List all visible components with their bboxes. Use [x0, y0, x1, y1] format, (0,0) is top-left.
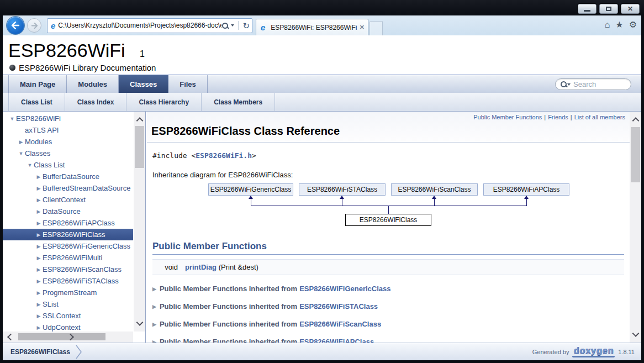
sidebar-item-axtls-api[interactable]: axTLS API — [3, 124, 133, 136]
sidebar-vertical-scrollbar[interactable] — [134, 112, 145, 332]
link-public-member-functions[interactable]: Public Member Functions — [473, 114, 542, 120]
sidebar-item-bufferedstreamdatasource[interactable]: BufferedStreamDataSource — [3, 182, 133, 194]
search-dropdown-icon[interactable] — [567, 83, 571, 86]
search-box[interactable]: Search — [555, 78, 631, 90]
address-bar[interactable]: e C:\Users\Krzysztof\Documents\Projects\… — [47, 18, 252, 33]
include-file-link[interactable]: ESP8266WiFi.h — [196, 151, 252, 160]
refresh-icon[interactable]: ↻ — [242, 22, 250, 30]
expand-arrow-icon[interactable] — [35, 290, 43, 296]
search-input[interactable]: Search — [573, 80, 596, 88]
sidebar-item-esp8266wifimulti[interactable]: ESP8266WiFiMulti — [3, 252, 133, 264]
sidebar-item-clientcontext[interactable]: ClientContext — [3, 194, 133, 206]
window-titlebar[interactable]: ✕ — [0, 0, 644, 15]
sidebar-item-slist[interactable]: SList — [3, 298, 133, 310]
breadcrumb-item[interactable]: ESP8266WiFiClass — [10, 348, 70, 356]
scrollbar-thumb[interactable] — [18, 333, 105, 340]
class-link[interactable]: ESP8266WiFiScanClass — [299, 320, 381, 328]
favorites-star-icon[interactable]: ★ — [615, 20, 623, 29]
sidebar-item-modules[interactable]: Modules — [3, 136, 133, 148]
sidebar-item-bufferdatasource[interactable]: BufferDataSource — [3, 171, 133, 182]
scroll-up-icon[interactable] — [632, 117, 639, 124]
link-list-of-all-members[interactable]: List of all members — [574, 114, 625, 120]
close-button[interactable]: ✕ — [621, 4, 640, 14]
sidebar-item-esp8266wificlass[interactable]: ESP8266WiFiClass — [3, 229, 133, 240]
scroll-left-icon[interactable] — [7, 334, 14, 341]
doxygen-logo[interactable]: doxygen — [572, 346, 615, 357]
expand-arrow-icon[interactable] — [35, 325, 43, 330]
member-link-printdiag[interactable]: printDiag — [185, 263, 217, 271]
new-tab-button[interactable] — [369, 21, 383, 35]
home-icon[interactable]: ⌂ — [605, 20, 610, 29]
settings-gear-icon[interactable]: ⚙ — [629, 20, 637, 29]
expand-arrow-icon[interactable] — [35, 302, 43, 307]
collapse-arrow-icon[interactable] — [26, 162, 34, 168]
inherited-section-staclass[interactable]: Public Member Functions inherited from E… — [152, 302, 624, 311]
sidebar-item-esp8266wifiscanclass[interactable]: ESP8266WiFiScanClass — [3, 264, 133, 275]
tab-class-list[interactable]: Class List — [8, 93, 65, 111]
tab-class-index[interactable]: Class Index — [65, 93, 127, 111]
content-vertical-scrollbar[interactable] — [630, 112, 641, 343]
sidebar-horizontal-scrollbar[interactable] — [3, 332, 133, 343]
expand-arrow-icon[interactable] — [35, 209, 43, 214]
sidebar-item-datasource[interactable]: DataSource — [3, 206, 133, 217]
inherited-section-apclass[interactable]: Public Member Functions inherited from E… — [152, 338, 624, 343]
browser-tab[interactable]: e ESP8266WiFi: ESP8266WiFi... ✕ — [256, 19, 368, 35]
link-friends[interactable]: Friends — [548, 114, 568, 120]
tab-class-hierarchy[interactable]: Class Hierarchy — [126, 93, 202, 111]
sidebar-item-esp8266wifi[interactable]: ESP8266WiFi — [3, 113, 133, 124]
expand-arrow-icon[interactable] — [35, 232, 43, 238]
inherited-prefix: Public Member Functions inherited from — [160, 338, 297, 343]
expand-arrow-icon[interactable] — [35, 244, 43, 249]
inherited-section-scanclass[interactable]: Public Member Functions inherited from E… — [152, 320, 624, 328]
sidebar-item-esp8266wifigenericclass[interactable]: ESP8266WiFiGenericClass — [3, 240, 133, 252]
collapse-arrow-icon[interactable] — [17, 151, 25, 156]
forward-button[interactable] — [27, 18, 41, 33]
scroll-up-icon[interactable] — [136, 117, 143, 124]
expand-arrow-icon[interactable] — [17, 139, 25, 145]
diagram-node-scanclass[interactable]: ESP8266WiFiScanClass — [391, 183, 478, 196]
expand-arrow-icon[interactable] — [35, 197, 43, 203]
class-link[interactable]: ESP8266WiFiGenericClass — [299, 285, 390, 293]
expand-arrow-icon[interactable] — [35, 278, 43, 284]
sidebar-item-progmemstream[interactable]: ProgmemStream — [3, 287, 133, 298]
minimize-icon — [584, 10, 590, 12]
class-link[interactable]: ESP8266WiFiSTAClass — [299, 302, 378, 311]
restore-button[interactable] — [599, 4, 618, 14]
inherited-section-genericclass[interactable]: Public Member Functions inherited from E… — [152, 285, 624, 293]
back-button[interactable] — [6, 16, 25, 35]
tab-files[interactable]: Files — [168, 75, 208, 93]
divider — [238, 21, 239, 30]
search-icon[interactable] — [221, 22, 229, 29]
expand-arrow-icon[interactable] — [35, 255, 43, 261]
expand-arrow-icon[interactable] — [35, 267, 43, 272]
diagram-node-staclass[interactable]: ESP8266WiFiSTAClass — [299, 183, 386, 196]
toolbar-actions: ⌂ ★ ⚙ — [605, 20, 637, 29]
sidebar-item-sslcontext[interactable]: SSLContext — [3, 310, 133, 322]
scroll-down-icon[interactable] — [136, 319, 143, 326]
scrollbar-thumb[interactable] — [631, 127, 640, 182]
collapse-arrow-icon[interactable] — [8, 116, 16, 122]
class-link[interactable]: ESP8266WiFiAPClass — [299, 338, 374, 343]
expand-arrow-icon[interactable] — [35, 220, 43, 226]
sidebar-item-esp8266wifistaclass[interactable]: ESP8266WiFiSTAClass — [3, 275, 133, 287]
sidebar-item-classes[interactable]: Classes — [3, 148, 133, 159]
sidebar-item-class-list[interactable]: Class List — [3, 159, 133, 171]
diagram-node-genericclass[interactable]: ESP8266WiFiGenericClass — [208, 183, 293, 196]
address-url[interactable]: C:\Users\Krzysztof\Documents\Projects\es… — [58, 22, 221, 29]
expand-arrow-icon[interactable] — [35, 186, 43, 191]
tab-main-page[interactable]: Main Page — [8, 75, 67, 93]
tab-classes[interactable]: Classes — [119, 75, 168, 93]
search-dropdown-icon[interactable] — [231, 24, 234, 27]
breadcrumb[interactable]: ESP8266WiFiClass — [3, 345, 82, 359]
minimize-button[interactable] — [578, 4, 597, 14]
tab-class-members[interactable]: Class Members — [202, 93, 275, 111]
tab-modules[interactable]: Modules — [67, 75, 119, 93]
scroll-down-icon[interactable] — [632, 330, 639, 337]
expand-arrow-icon[interactable] — [35, 313, 43, 319]
project-name: ESP8266WiFi — [8, 40, 125, 61]
sidebar-item-esp8266wifiapclass[interactable]: ESP8266WiFiAPClass — [3, 217, 133, 229]
scrollbar-thumb[interactable] — [135, 126, 144, 168]
expand-arrow-icon[interactable] — [35, 174, 43, 180]
diagram-node-apclass[interactable]: ESP8266WiFiAPClass — [483, 183, 569, 196]
tab-close-icon[interactable]: ✕ — [360, 24, 365, 31]
